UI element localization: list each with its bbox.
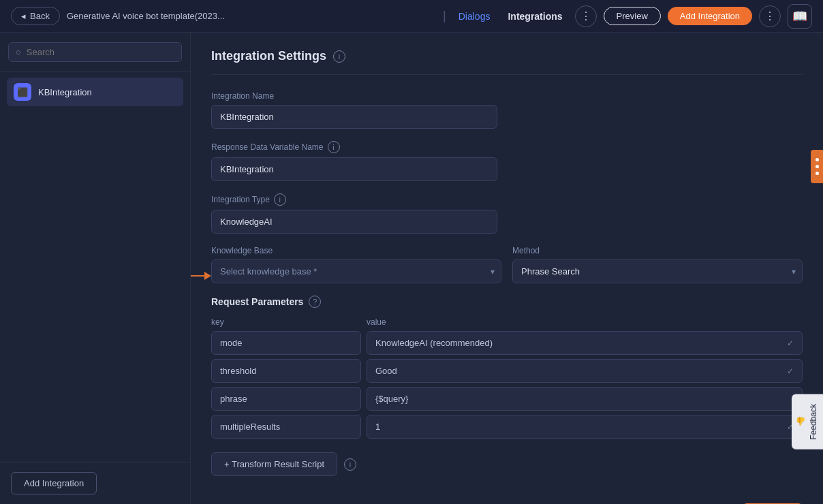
settings-header: Integration Settings i [211,49,803,75]
param-value-phrase[interactable]: {$query} [367,387,803,411]
search-input[interactable] [27,47,174,57]
integration-name-input[interactable] [211,105,497,129]
more-menu-button[interactable]: ⋮ [575,5,597,27]
kb-integration-icon: ⬛ [14,83,31,101]
knowledge-base-select[interactable]: Select knowledge base * [211,259,501,283]
checkmark-icon: ✓ [787,338,794,348]
response-data-group: Response Data Variable Name i [211,141,803,181]
back-button[interactable]: ◂ Back [11,7,60,25]
table-row: mode KnowledgeAI (recommended) ✓ [211,331,803,355]
content-area: Integration Settings i Integration Name … [191,33,823,504]
more-dots-icon: ⋮ [580,10,591,22]
integration-type-group: Integration Type i [211,193,803,234]
kb-method-row: Knowledge Base Select knowledge base * ▾… [211,246,803,283]
more-options-button[interactable]: ⋮ [759,5,781,27]
param-key-phrase: phrase [211,387,361,411]
integration-name-group: Integration Name [211,91,803,129]
nav-divider: | [443,9,446,23]
sticky-dot-1 [816,158,819,161]
back-arrow-icon: ◂ [21,11,26,21]
integration-name-label: Integration Name [211,91,803,101]
method-label: Method [512,246,803,255]
transform-info-icon[interactable]: i [344,458,356,471]
param-key-mode: mode [211,331,361,355]
response-data-label: Response Data Variable Name i [211,141,803,153]
request-params-title: Request Parameters [211,296,303,307]
book-button[interactable]: 📖 [788,4,812,29]
add-integration-top-button[interactable]: Add Integration [668,7,752,25]
params-table-header: key value [211,317,803,331]
feedback-tab[interactable]: 👍 Feedback [792,394,823,450]
sticky-dot-2 [816,165,819,168]
integration-type-input[interactable] [211,210,497,234]
add-integration-sidebar-button[interactable]: Add Integration [11,472,97,494]
param-key-multiple-results: multipleResults [211,415,361,439]
sidebar-items: ⬛ KBIntegration [0,72,190,462]
right-sticky-panel [811,150,823,183]
transform-section: + Transform Result Script i [211,452,803,476]
settings-title: Integration Settings [211,49,326,63]
save-row: Save [211,490,803,504]
table-row: phrase {$query} [211,387,803,411]
integration-type-label: Integration Type i [211,193,803,206]
feedback-icon: 👍 [796,417,806,427]
dialogs-nav-link[interactable]: Dialogs [453,8,496,25]
col-value-header: value [367,317,803,327]
feedback-label: Feedback [809,404,818,440]
sticky-dot-3 [816,172,819,175]
param-value-mode[interactable]: KnowledgeAI (recommended) ✓ [367,331,803,355]
sidebar-search-wrap: ○ [0,33,190,72]
request-params-header: Request Parameters ? [211,296,803,308]
preview-button[interactable]: Preview [604,7,661,25]
knowledge-base-label: Knowledge Base [211,246,501,255]
search-icon: ○ [16,47,21,57]
search-input-wrap[interactable]: ○ [8,42,182,62]
integrations-nav-link[interactable]: Integrations [502,8,568,25]
col-key-header: key [211,317,361,327]
method-select-wrap: Phrase Search ▾ [512,259,803,283]
response-data-input[interactable] [211,157,497,181]
transform-btn-label: + Transform Result Script [224,459,324,469]
table-row: multipleResults 1 ✓ [211,415,803,439]
sidebar-item-label: KBIntegration [38,87,92,97]
book-icon: 📖 [792,9,807,24]
table-row: threshold Good ✓ [211,359,803,383]
sidebar-item-kbintegration[interactable]: ⬛ KBIntegration [7,78,183,106]
sidebar: ○ ⬛ KBIntegration Add Integration [0,33,191,504]
response-data-info-icon[interactable]: i [328,141,340,153]
param-value-threshold[interactable]: Good ✓ [367,359,803,383]
method-col: Method Phrase Search ▾ [512,246,803,283]
request-params-info-icon[interactable]: ? [309,296,321,308]
project-title: Generative AI voice bot template(2023... [67,11,436,21]
knowledge-base-col: Knowledge Base Select knowledge base * ▾ [211,246,501,283]
knowledge-base-select-wrap: Select knowledge base * ▾ [211,259,501,283]
transform-result-script-button[interactable]: + Transform Result Script [211,452,337,476]
method-select[interactable]: Phrase Search [512,259,803,283]
main-layout: ○ ⬛ KBIntegration Add Integration Integr… [0,33,823,504]
param-value-multiple-results[interactable]: 1 ✓ [367,415,803,439]
more-dots-icon-2: ⋮ [764,10,775,22]
param-key-threshold: threshold [211,359,361,383]
settings-info-icon[interactable]: i [333,50,345,63]
topnav: ◂ Back Generative AI voice bot template(… [0,0,823,33]
integration-type-info-icon[interactable]: i [274,193,286,206]
sidebar-footer: Add Integration [0,462,190,504]
request-params-section: Request Parameters ? key value mode Know… [211,296,803,439]
back-label: Back [30,11,50,21]
checkmark-icon: ✓ [787,366,794,376]
